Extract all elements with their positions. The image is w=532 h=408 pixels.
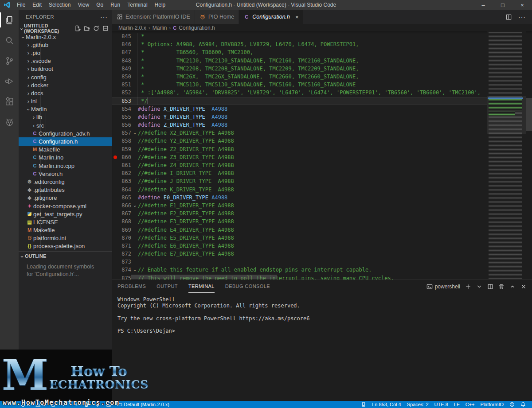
menu-help[interactable]: Help <box>151 0 169 10</box>
status-language-mode[interactable]: C++ <box>466 402 475 407</box>
tree-folder-.vscode[interactable]: ›.vscode <box>19 57 112 65</box>
code-line-866[interactable]: 866›//#define E1_DRIVER_TYPE A4988 <box>112 202 487 210</box>
tree-file-license[interactable]: ▤LICENSE <box>19 218 112 226</box>
tree-file-.gitattributes[interactable]: ◈.gitattributes <box>19 186 112 194</box>
tree-file-marlin.ino.cpp[interactable]: CMarlin.ino.cpp <box>19 162 112 170</box>
menu-go[interactable]: Go <box>93 0 107 10</box>
tree-folder-marlin[interactable]: ›Marlin <box>19 105 112 113</box>
code-line-865[interactable]: 865#define E0_DRIVER_TYPE A4988 <box>112 194 487 202</box>
code-line-853[interactable]: 853 */ <box>112 97 487 105</box>
fold-chevron-icon[interactable]: › <box>131 202 138 210</box>
code-line-862[interactable]: 862//#define I_DRIVER_TYPE A4988 <box>112 169 487 177</box>
tab-extension-platformio-ide[interactable]: Extension: PlatformIO IDE <box>112 10 195 24</box>
code-line-851[interactable]: 851 * TMC5130, TMC5130_STANDALONE, TMC51… <box>112 81 487 89</box>
breakpoint-gutter[interactable] <box>112 274 118 280</box>
code-line-859[interactable]: 859//#define Z2_DRIVER_TYPE A4988 <box>112 145 487 153</box>
breakpoint-gutter[interactable] <box>112 161 118 169</box>
tree-file-.gitignore[interactable]: ◈.gitignore <box>19 194 112 202</box>
breakpoint-gutter[interactable] <box>112 242 118 250</box>
breakpoint-gutter[interactable] <box>112 210 118 218</box>
tree-folder-config[interactable]: ›config <box>19 73 112 81</box>
code-line-869[interactable]: 869//#define E4_DRIVER_TYPE A4988 <box>112 226 487 234</box>
status-cursor-position[interactable]: Ln 853, Col 4 <box>372 402 401 407</box>
breakpoint-gutter[interactable] <box>112 186 118 194</box>
close-panel-icon[interactable] <box>520 284 527 290</box>
panel-tab-output[interactable]: OUTPUT <box>156 280 178 293</box>
menu-view[interactable]: View <box>74 0 93 10</box>
breakpoint-gutter[interactable] <box>112 137 118 145</box>
status-notifications[interactable] <box>520 402 526 407</box>
breakpoint-gutter[interactable] <box>112 97 118 105</box>
panel-tab-terminal[interactable]: TERMINAL <box>188 280 215 293</box>
close-tab-icon[interactable]: × <box>295 14 299 20</box>
breakpoint-gutter[interactable] <box>112 81 118 89</box>
minimize-button[interactable]: – <box>473 0 493 10</box>
tree-file-configuration_adv.h[interactable]: CConfiguration_adv.h <box>19 129 112 137</box>
code-line-858[interactable]: 858//#define Y2_DRIVER_TYPE A4988 <box>112 137 487 145</box>
breakpoint-gutter[interactable] <box>112 48 118 56</box>
code-editor[interactable]: 845 *846 * Options: A4988, A5984, DRV882… <box>112 31 532 280</box>
activity-platformio[interactable] <box>0 112 19 132</box>
editor-more-actions-icon[interactable]: ··· <box>518 13 526 20</box>
code-line-856[interactable]: 856#define Z_DRIVER_TYPE A4988 <box>112 121 487 129</box>
tree-folder-.github[interactable]: ›.github <box>19 41 112 49</box>
menu-edit[interactable]: Edit <box>29 0 45 10</box>
breakpoint-gutter[interactable] <box>112 89 118 97</box>
breadcrumb-item[interactable]: Marlin-2.0.x <box>118 25 146 31</box>
code-line-845[interactable]: 845 * <box>112 32 487 40</box>
breakpoint-gutter[interactable] <box>112 57 118 65</box>
tree-file-get_test_targets.py[interactable]: get_test_targets.py <box>19 210 112 218</box>
code-line-847[interactable]: 847 * TB6560, TB6600, TMC2100, <box>112 48 487 56</box>
shell-picker[interactable]: powershell <box>426 284 460 290</box>
code-line-868[interactable]: 868//#define E3_DRIVER_TYPE A4988 <box>112 218 487 225</box>
breadcrumb-item[interactable]: Configuration.h <box>179 25 215 31</box>
tree-file-makefile[interactable]: MMakefile <box>19 226 112 234</box>
status-platformio-status[interactable]: PlatformIO <box>480 402 504 407</box>
tree-folder-lib[interactable]: ›lib <box>19 113 112 121</box>
code-line-863[interactable]: 863//#define J_DRIVER_TYPE A4988 <box>112 177 487 185</box>
code-line-854[interactable]: 854#define X_DRIVER_TYPE A4988 <box>112 105 487 113</box>
code-line-872[interactable]: 872//#define E7_DRIVER_TYPE A4988 <box>112 250 487 258</box>
maximize-button[interactable]: □ <box>493 0 512 10</box>
code-line-846[interactable]: 846 * Options: A4988, A5984, DRV8825, LV… <box>112 40 487 48</box>
breakpoint-gutter[interactable] <box>112 113 118 121</box>
code-line-867[interactable]: 867//#define E2_DRIVER_TYPE A4988 <box>112 210 487 218</box>
code-line-861[interactable]: 861//#define Z4_DRIVER_TYPE A4988 <box>112 161 487 169</box>
code-line-860[interactable]: 860//#define Z3_DRIVER_TYPE A4988 <box>112 153 487 161</box>
activity-search[interactable] <box>0 30 19 51</box>
breakpoint-gutter[interactable] <box>112 202 118 210</box>
kill-terminal-icon[interactable] <box>498 284 505 290</box>
menu-terminal[interactable]: Terminal <box>124 0 151 10</box>
breakpoint-indicator[interactable] <box>112 153 118 161</box>
maximize-panel-icon[interactable] <box>509 284 516 290</box>
code-line-870[interactable]: 870//#define E5_DRIVER_TYPE A4988 <box>112 234 487 242</box>
code-line-852[interactable]: 852 * :['A4988', 'A5984', 'DRV8825', 'LV… <box>112 89 487 97</box>
tree-folder-ini[interactable]: ›ini <box>19 97 112 105</box>
activity-explorer[interactable] <box>0 10 19 30</box>
new-folder-icon[interactable] <box>84 25 90 31</box>
tree-folder-marlin-2.0.x[interactable]: ›Marlin-2.0.x <box>19 33 112 41</box>
code-line-849[interactable]: 849 * TMC2208, TMC2208_STANDALONE, TMC22… <box>112 65 487 73</box>
status-feedback[interactable] <box>509 402 515 407</box>
code-line-871[interactable]: 871//#define E6_DRIVER_TYPE A4988 <box>112 242 487 250</box>
tree-folder-docs[interactable]: ›docs <box>19 89 112 97</box>
breakpoint-gutter[interactable] <box>112 266 118 274</box>
code-line-873[interactable]: 873 <box>112 258 487 266</box>
code-line-857[interactable]: 857›//#define X2_DRIVER_TYPE A4988 <box>112 129 487 137</box>
breakpoint-gutter[interactable] <box>112 177 118 185</box>
menu-run[interactable]: Run <box>107 0 124 10</box>
breadcrumb[interactable]: Marlin-2.0.x›Marlin›CConfiguration.h <box>112 24 532 31</box>
activity-run-debug[interactable] <box>0 71 19 91</box>
tree-file-version.h[interactable]: CVersion.h <box>19 170 112 178</box>
code-line-874[interactable]: 874›// Enable this feature if all enable… <box>112 266 487 274</box>
code-line-850[interactable]: 850 * TMC26X, TMC26X_STANDALONE, TMC2660… <box>112 73 487 81</box>
new-file-icon[interactable] <box>74 25 81 31</box>
breakpoint-gutter[interactable] <box>112 65 118 73</box>
horizontal-scrollbar[interactable] <box>131 275 277 279</box>
status-eol[interactable]: LF <box>454 402 460 407</box>
breakpoint-gutter[interactable] <box>112 194 118 202</box>
code-line-848[interactable]: 848 * TMC2130, TMC2130_STANDALONE, TMC21… <box>112 57 487 65</box>
breakpoint-gutter[interactable] <box>112 218 118 225</box>
status-pio-project-environment[interactable]: Default (Marlin-2.0.x) <box>117 402 169 407</box>
tree-file-process-palette.json[interactable]: {}process-palette.json <box>19 242 112 250</box>
